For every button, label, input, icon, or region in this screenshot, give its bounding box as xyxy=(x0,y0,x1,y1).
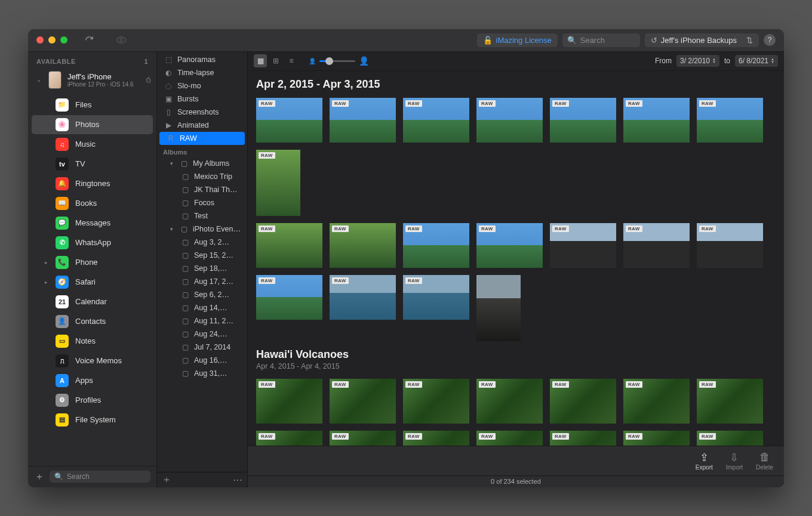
midbar-more-button[interactable]: ⋯ xyxy=(233,474,242,486)
sidebar-item-safari[interactable]: ▸🧭Safari xyxy=(32,273,153,292)
album-item[interactable]: ▢Aug 31,… xyxy=(157,367,247,380)
sidebar-item-music[interactable]: ♫Music xyxy=(32,135,153,154)
sidebar-search[interactable]: 🔍 Search xyxy=(50,471,150,483)
grid-view-button[interactable]: ▦ xyxy=(254,54,267,67)
photo-thumbnail[interactable]: RAW xyxy=(256,150,300,216)
sidebar-item-files[interactable]: 📁Files xyxy=(32,95,153,115)
sidebar-item-file-system[interactable]: ▤File System xyxy=(32,410,153,430)
photo-thumbnail[interactable]: RAW xyxy=(256,223,322,268)
photo-grid[interactable]: Apr 2, 2015 - Apr 3, 2015RAWRAWRAWRAWRAW… xyxy=(248,71,784,446)
smart-album-animated[interactable]: ▶Animated xyxy=(157,119,247,132)
sidebar-item-profiles[interactable]: ⚙Profiles xyxy=(32,391,153,410)
photo-thumbnail[interactable]: RAW xyxy=(697,431,763,446)
album-item[interactable]: ▢Aug 11, 2… xyxy=(157,314,247,327)
album-item[interactable]: ▢Test xyxy=(157,209,247,223)
photo-thumbnail[interactable]: RAW xyxy=(476,223,543,268)
photo-thumbnail[interactable]: RAW xyxy=(330,379,396,424)
album-item[interactable]: ▢Aug 14,… xyxy=(157,301,247,314)
sidebar-item-messages[interactable]: 💬Messages xyxy=(32,214,153,233)
smart-album-time-lapse[interactable]: ◐Time-lapse xyxy=(157,66,247,79)
album-item[interactable]: ▾▢iPhoto Even… xyxy=(157,223,247,236)
photo-thumbnail[interactable]: RAW xyxy=(623,98,690,143)
visibility-button[interactable] xyxy=(113,33,130,47)
photo-thumbnail[interactable]: RAW xyxy=(476,98,543,143)
list-view-button[interactable]: ≡ xyxy=(285,54,298,67)
photo-thumbnail[interactable]: RAW xyxy=(476,431,543,446)
raw-badge: RAW xyxy=(332,225,349,232)
to-date-input[interactable]: 6/ 8/2021 ▲▼ xyxy=(735,55,778,67)
photo-thumbnail[interactable] xyxy=(476,275,521,341)
sidebar-item-photos[interactable]: 🌸Photos xyxy=(32,115,153,134)
photo-thumbnail[interactable]: RAW xyxy=(697,98,763,143)
from-date-input[interactable]: 3/ 2/2010 ▲▼ xyxy=(676,55,719,67)
close-button[interactable] xyxy=(36,36,44,44)
photo-thumbnail[interactable]: RAW xyxy=(256,431,322,446)
album-item[interactable]: ▢JK Thai Th… xyxy=(157,183,247,196)
sidebar-item-notes[interactable]: ▭Notes xyxy=(32,332,153,351)
photo-thumbnail[interactable]: RAW xyxy=(330,431,396,446)
smart-album-panoramas[interactable]: ⬚Panoramas xyxy=(157,53,247,66)
photo-thumbnail[interactable]: RAW xyxy=(403,275,469,320)
photo-thumbnail[interactable]: RAW xyxy=(623,379,690,424)
photo-thumbnail[interactable]: RAW xyxy=(476,379,543,424)
album-item[interactable]: ▢Jul 7, 2014 xyxy=(157,341,247,354)
album-item[interactable]: ▢Sep 18,… xyxy=(157,262,247,275)
photo-thumbnail[interactable]: RAW xyxy=(330,275,396,320)
album-item[interactable]: ▢Mexico Trip xyxy=(157,170,247,183)
album-item[interactable]: ▢Sep 15, 2… xyxy=(157,249,247,262)
photo-thumbnail[interactable]: RAW xyxy=(403,98,469,143)
photo-thumbnail[interactable]: RAW xyxy=(697,223,763,268)
photo-thumbnail[interactable]: RAW xyxy=(550,379,616,424)
photo-thumbnail[interactable]: RAW xyxy=(330,98,396,143)
license-button[interactable]: 🔓 iMazing License xyxy=(477,33,558,47)
album-item[interactable]: ▾▢My Albums xyxy=(157,157,247,170)
thumbnail-size-slider[interactable]: 👤 👤 xyxy=(309,56,369,66)
sidebar-item-whatsapp[interactable]: ✆WhatsApp xyxy=(32,233,153,252)
photo-thumbnail[interactable]: RAW xyxy=(256,98,322,143)
sidebar-item-tv[interactable]: tvTV xyxy=(32,155,153,174)
add-button[interactable]: ＋ xyxy=(34,471,45,483)
photo-thumbnail[interactable]: RAW xyxy=(403,431,469,446)
photo-thumbnail[interactable]: RAW xyxy=(697,379,763,424)
refresh-button[interactable] xyxy=(81,33,97,47)
photo-thumbnail[interactable]: RAW xyxy=(550,431,616,446)
sidebar-item-phone[interactable]: ▸📞Phone xyxy=(32,253,153,272)
album-item[interactable]: ▢Sep 6, 2… xyxy=(157,288,247,301)
smart-album-screenshots[interactable]: ▯Screenshots xyxy=(157,106,247,119)
photo-thumbnail[interactable]: RAW xyxy=(550,223,616,268)
smart-album-slo-mo[interactable]: ◌Slo-mo xyxy=(157,79,247,92)
photo-thumbnail[interactable]: RAW xyxy=(623,431,690,446)
photo-thumbnail[interactable]: RAW xyxy=(256,379,322,424)
album-item[interactable]: ▢Focos xyxy=(157,196,247,209)
photo-thumbnail[interactable]: RAW xyxy=(623,223,690,268)
smart-album-bursts[interactable]: ▣Bursts xyxy=(157,92,247,106)
album-item[interactable]: ▢Aug 24,… xyxy=(157,327,247,341)
stepper-icon[interactable]: ▲▼ xyxy=(712,58,716,64)
photo-thumbnail[interactable]: RAW xyxy=(330,223,396,268)
sidebar-item-apps[interactable]: AApps xyxy=(32,371,153,390)
photo-thumbnail[interactable]: RAW xyxy=(403,379,469,424)
zoom-button[interactable] xyxy=(60,36,67,44)
help-button[interactable]: ? xyxy=(764,34,776,46)
sidebar-item-ringtones[interactable]: 🔔Ringtones xyxy=(32,174,153,193)
stepper-icon[interactable]: ▲▼ xyxy=(771,58,774,64)
photo-thumbnail[interactable]: RAW xyxy=(550,98,616,143)
minimize-button[interactable] xyxy=(48,36,56,44)
album-item[interactable]: ▢Aug 16,… xyxy=(157,354,247,367)
photo-thumbnail[interactable]: RAW xyxy=(403,223,469,268)
sidebar-item-voice-memos[interactable]: ⎍Voice Memos xyxy=(32,351,153,370)
mosaic-view-button[interactable]: ⊞ xyxy=(269,54,282,67)
raw-badge: RAW xyxy=(479,100,496,107)
sidebar-item-contacts[interactable]: 👤Contacts xyxy=(32,312,153,331)
sidebar-item-books[interactable]: 📖Books xyxy=(32,194,153,213)
album-item[interactable]: ▢Aug 3, 2… xyxy=(157,236,247,249)
sidebar-item-calendar[interactable]: 21Calendar xyxy=(32,292,153,311)
backups-button[interactable]: ↺ Jeff's iPhone Backups ⇅ xyxy=(645,33,759,47)
photo-thumbnail[interactable]: RAW xyxy=(256,275,322,320)
smart-album-raw[interactable]: RRAW xyxy=(159,132,245,145)
export-button[interactable]: ⇪Export xyxy=(696,451,713,471)
device-row[interactable]: ⌄ Jeff's iPhone iPhone 12 Pro · iOS 14.6… xyxy=(28,67,156,95)
search-input[interactable]: 🔍 Search xyxy=(562,33,640,47)
add-album-button[interactable]: ＋ xyxy=(162,474,171,486)
album-item[interactable]: ▢Aug 17, 2… xyxy=(157,275,247,288)
